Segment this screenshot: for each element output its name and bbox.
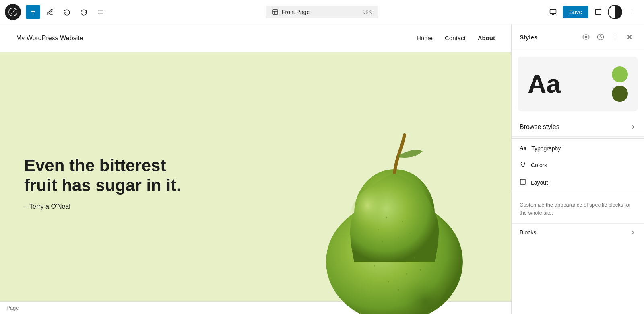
svg-rect-6 (550, 9, 556, 14)
undo-button[interactable] (60, 5, 74, 19)
color-dot-secondary (612, 86, 628, 102)
nav-about[interactable]: About (478, 35, 495, 41)
colors-icon (520, 161, 526, 169)
layout-icon (520, 179, 526, 186)
svg-point-23 (410, 249, 411, 250)
contrast-button[interactable] (608, 5, 622, 19)
svg-point-12 (632, 11, 632, 12)
toolbar: + Front Page ⌘K Save (0, 0, 644, 24)
styles-panel: Styles Aa (511, 24, 644, 314)
close-icon (626, 33, 633, 41)
monitor-icon (549, 8, 557, 16)
colors-label: Colors (531, 162, 547, 168)
pear-illustration (310, 113, 479, 314)
blocks-chevron-icon (630, 230, 636, 235)
hero-image (310, 113, 479, 314)
svg-point-29 (420, 269, 421, 271)
color-dot-primary (612, 66, 628, 82)
customize-text: Customize the appearance of specific blo… (512, 195, 644, 224)
typography-item[interactable]: Aa Typography (512, 140, 644, 156)
svg-point-30 (388, 281, 389, 283)
wp-logo-icon (8, 7, 18, 17)
svg-point-18 (382, 241, 383, 242)
svg-rect-3 (273, 10, 278, 14)
toolbar-right: Save (546, 5, 639, 19)
styles-panel-header: Styles (512, 24, 644, 50)
hero-text: Even the bitterest fruit has sugar in it… (24, 156, 193, 210)
style-preview-card: Aa (518, 57, 638, 111)
svg-point-11 (632, 9, 632, 10)
svg-rect-9 (595, 9, 601, 15)
add-icon: + (31, 7, 35, 16)
sidebar-icon (594, 8, 602, 16)
list-view-button[interactable] (93, 5, 108, 19)
preview-colors (612, 66, 628, 102)
redo-button[interactable] (76, 5, 91, 19)
preview-typography: Aa (528, 71, 561, 97)
layout-label: Layout (531, 179, 548, 186)
styles-more-button[interactable] (609, 31, 621, 43)
svg-point-32 (409, 233, 411, 234)
sidebar-toggle-button[interactable] (591, 5, 605, 19)
svg-point-22 (398, 237, 399, 238)
styles-preview-button[interactable] (580, 31, 592, 43)
view-button[interactable] (546, 5, 560, 19)
svg-point-36 (615, 37, 615, 37)
page-name: Front Page (282, 9, 310, 15)
blocks-label: Blocks (520, 229, 536, 236)
more-options-button[interactable] (625, 5, 639, 19)
browse-styles-label: Browse styles (520, 123, 559, 131)
pencil-icon (46, 8, 54, 16)
ellipsis-icon (628, 8, 636, 16)
add-block-button[interactable]: + (26, 5, 40, 19)
typography-icon: Aa (520, 145, 526, 152)
page-selector[interactable]: Front Page ⌘K (266, 6, 378, 18)
panel-header-actions (580, 31, 636, 43)
chevron-right-icon (630, 124, 636, 130)
svg-point-28 (368, 253, 369, 254)
undo-icon (63, 8, 70, 16)
tools-button[interactable] (43, 5, 57, 19)
svg-point-17 (374, 250, 447, 314)
bottom-bar-label: Page (6, 305, 19, 311)
styles-history-button[interactable] (594, 31, 607, 43)
page-shortcut: ⌘K (363, 9, 372, 15)
hero-heading: Even the bitterest fruit has sugar in it… (24, 156, 193, 195)
main-layout: My WordPress Website Home Contact About … (0, 24, 644, 314)
svg-point-31 (398, 289, 399, 291)
svg-point-25 (386, 217, 387, 218)
svg-point-33 (585, 36, 587, 38)
divider-1 (512, 138, 644, 139)
clock-icon (597, 33, 604, 41)
browse-styles-row[interactable]: Browse styles (512, 118, 644, 137)
styles-close-button[interactable] (623, 31, 636, 43)
page-selector-container: Front Page ⌘K (266, 6, 378, 18)
svg-point-27 (414, 257, 415, 259)
wp-logo (5, 4, 21, 20)
redo-icon (80, 8, 87, 16)
document-icon (272, 9, 279, 15)
svg-point-19 (390, 253, 391, 254)
typography-label: Typography (531, 145, 561, 152)
site-header: My WordPress Website Home Contact About (0, 24, 511, 52)
list-icon (97, 8, 104, 16)
styles-panel-title: Styles (520, 34, 537, 41)
svg-point-13 (632, 14, 632, 14)
eye-icon (582, 33, 590, 41)
svg-point-35 (615, 35, 615, 35)
svg-point-21 (406, 273, 407, 275)
colors-item[interactable]: Colors (512, 156, 644, 174)
nav-contact[interactable]: Contact (445, 35, 466, 41)
layout-item[interactable]: Layout (512, 174, 644, 191)
svg-point-20 (374, 265, 375, 267)
nav-home[interactable]: Home (417, 35, 433, 41)
blocks-row[interactable]: Blocks (512, 224, 644, 241)
divider-2 (512, 193, 644, 193)
svg-point-26 (402, 221, 403, 222)
site-title: My WordPress Website (16, 35, 83, 42)
canvas-area: My WordPress Website Home Contact About … (0, 24, 511, 314)
save-button[interactable]: Save (563, 6, 588, 18)
more-icon (611, 33, 619, 41)
svg-point-24 (378, 229, 379, 230)
svg-point-37 (615, 39, 615, 39)
